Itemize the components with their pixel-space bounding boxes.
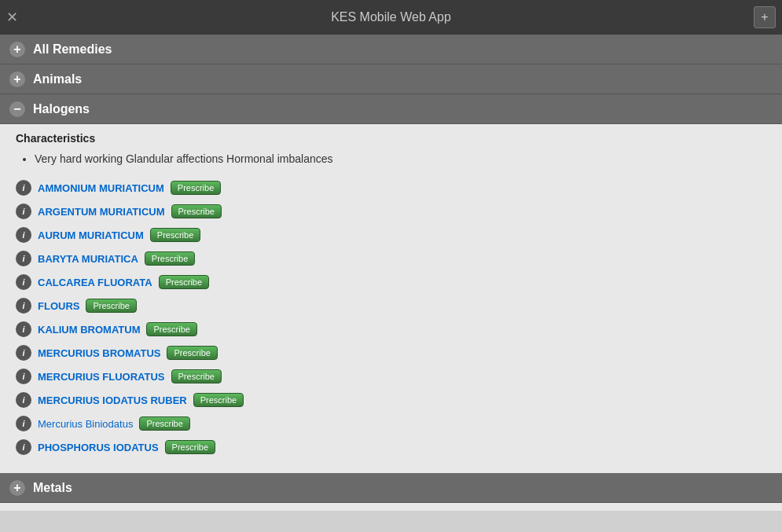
prescribe-button[interactable]: Prescribe	[145, 251, 195, 266]
menu-button[interactable]: +	[754, 6, 776, 28]
remedy-name[interactable]: PHOSPHORUS IODATUS	[38, 442, 159, 453]
remedy-name[interactable]: FLOURS	[38, 300, 79, 312]
prescribe-button[interactable]: Prescribe	[139, 416, 189, 431]
halogens-content: Characteristics Very hard working Glandu…	[0, 124, 782, 473]
remedy-row: i FLOURS Prescribe	[16, 296, 766, 315]
info-icon[interactable]: i	[16, 204, 31, 219]
info-icon[interactable]: i	[16, 392, 31, 408]
section-label-animals: Animals	[33, 72, 82, 86]
remedy-name[interactable]: ARGENTUM MURIATICUM	[38, 206, 165, 218]
remedy-name[interactable]: AMMONIUM MURIATICUM	[38, 182, 164, 194]
prescribe-button[interactable]: Prescribe	[171, 181, 221, 195]
prescribe-button[interactable]: Prescribe	[165, 440, 215, 454]
remedy-row: i ARGENTUM MURIATICUM Prescribe	[16, 202, 766, 221]
remedy-name[interactable]: Mercurius Biniodatus	[38, 418, 133, 430]
remedy-name[interactable]: MERCURIUS FLUORATUS	[38, 371, 165, 383]
info-icon[interactable]: i	[16, 369, 31, 384]
section-header-all-remedies[interactable]: + All Remedies	[0, 35, 782, 64]
app-title: KES Mobile Web App	[331, 10, 451, 24]
info-icon[interactable]: i	[16, 180, 31, 196]
characteristics-title: Characteristics	[16, 132, 766, 145]
prescribe-button[interactable]: Prescribe	[171, 369, 222, 383]
remedy-name[interactable]: BARYTA MURIATICA	[38, 253, 138, 265]
close-button[interactable]: ✕	[6, 10, 18, 24]
info-icon[interactable]: i	[16, 439, 31, 455]
remedy-row: i Mercurius Biniodatus Prescribe	[16, 414, 766, 433]
remedy-name[interactable]: KALIUM BROMATUM	[38, 324, 140, 336]
prescribe-button[interactable]: Prescribe	[150, 228, 200, 242]
remedy-row: i PHOSPHORUS IODATUS Prescribe	[16, 438, 766, 457]
section-label-all-remedies: All Remedies	[33, 42, 112, 57]
section-header-halogens[interactable]: − Halogens	[0, 94, 782, 124]
info-icon[interactable]: i	[16, 345, 31, 361]
remedy-row: i KALIUM BROMATUM Prescribe	[16, 320, 766, 339]
remedy-row: i BARYTA MURIATICA Prescribe	[16, 249, 766, 268]
toggle-icon-all-remedies: +	[9, 42, 25, 57]
prescribe-button[interactable]: Prescribe	[171, 204, 222, 218]
remedy-row: i CALCAREA FLUORATA Prescribe	[16, 273, 766, 292]
remedy-name[interactable]: CALCAREA FLUORATA	[38, 277, 152, 288]
section-header-metals[interactable]: + Metals	[0, 473, 782, 503]
prescribe-button[interactable]: Prescribe	[86, 299, 136, 313]
remedy-name[interactable]: MERCURIUS IODATUS RUBER	[38, 394, 187, 406]
toggle-icon-halogens: −	[9, 101, 25, 117]
prescribe-button[interactable]: Prescribe	[167, 346, 217, 360]
remedy-name[interactable]: AURUM MURIATICUM	[38, 229, 144, 241]
info-icon[interactable]: i	[16, 251, 31, 266]
toggle-icon-metals: +	[9, 480, 25, 496]
prescribe-button[interactable]: Prescribe	[159, 275, 209, 289]
info-icon[interactable]: i	[16, 416, 31, 431]
section-label-halogens: Halogens	[33, 102, 90, 116]
remedy-row: i AMMONIUM MURIATICUM Prescribe	[16, 178, 766, 197]
info-icon[interactable]: i	[16, 298, 31, 314]
characteristics-list: Very hard working Glandular affections H…	[16, 151, 766, 167]
main-scroll-area: + All Remedies + Animals − Halogens Char…	[0, 35, 782, 532]
info-icon[interactable]: i	[16, 227, 31, 243]
title-bar: ✕ KES Mobile Web App +	[0, 0, 782, 35]
remedy-row: i MERCURIUS FLUORATUS Prescribe	[16, 367, 766, 386]
info-icon[interactable]: i	[16, 321, 31, 337]
bottom-spacer	[0, 503, 782, 511]
characteristic-item: Very hard working Glandular affections H…	[35, 151, 766, 167]
section-label-metals: Metals	[33, 481, 72, 495]
remedy-row: i MERCURIUS IODATUS RUBER Prescribe	[16, 391, 766, 409]
section-header-animals[interactable]: + Animals	[0, 64, 782, 94]
remedy-name[interactable]: MERCURIUS BROMATUS	[38, 347, 160, 359]
prescribe-button[interactable]: Prescribe	[146, 322, 196, 336]
remedy-row: i AURUM MURIATICUM Prescribe	[16, 226, 766, 244]
remedy-row: i MERCURIUS BROMATUS Prescribe	[16, 343, 766, 362]
info-icon[interactable]: i	[16, 274, 31, 290]
toggle-icon-animals: +	[9, 72, 25, 87]
prescribe-button[interactable]: Prescribe	[193, 393, 244, 407]
